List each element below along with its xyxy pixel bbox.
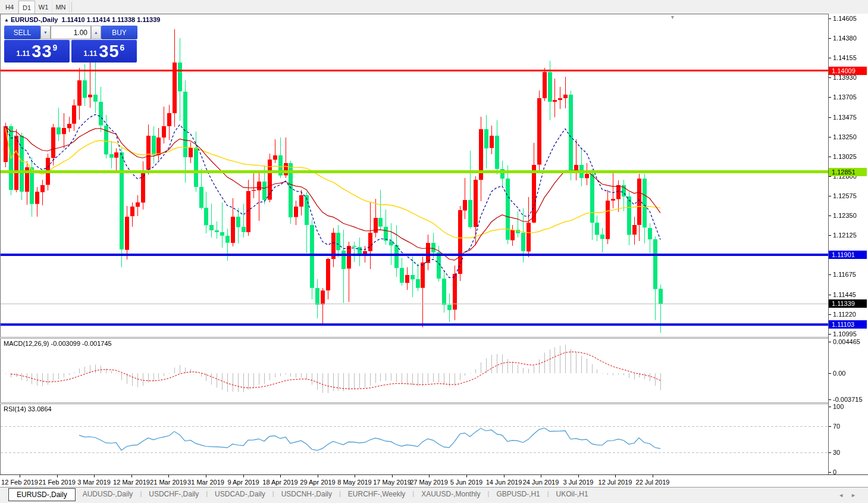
chart-shift-marker-icon[interactable]: ▼ — [670, 14, 675, 20]
time-tick-mark — [94, 475, 95, 477]
axis-tick-mark — [829, 117, 831, 118]
time-tick-mark — [541, 475, 541, 477]
date-label: 3 Mar 2019 — [77, 479, 111, 486]
date-label: 22 Jul 2019 — [636, 479, 670, 486]
chart-tab-usdcad-daily[interactable]: USDCAD-,Daily — [208, 488, 272, 501]
price-level-badge: 1.12851 — [829, 168, 867, 176]
timeframe-button-mn[interactable]: MN — [52, 1, 70, 13]
volume-increase-button[interactable]: ▲ — [91, 26, 101, 39]
chart-tab-ukoil-h1[interactable]: UKOil-,H1 — [549, 488, 596, 501]
time-tick-mark — [318, 475, 318, 477]
price-tick-label: 1.12350 — [833, 212, 857, 219]
date-label: 12 Mar 2019 — [113, 479, 150, 486]
time-tick-mark — [280, 475, 281, 477]
rsi-indicator-canvas[interactable] — [1, 404, 829, 474]
price-level-badge: 1.11901 — [829, 251, 867, 259]
buy-price-pipette: 6 — [120, 43, 125, 52]
volume-decrease-button[interactable]: ▼ — [40, 26, 51, 39]
date-label: 12 Feb 2019 — [1, 479, 38, 486]
macd-tick-label: -0.003715 — [833, 396, 863, 403]
macd-indicator-canvas[interactable] — [1, 339, 829, 402]
tab-scroll-arrows: ◄► — [838, 492, 863, 498]
axis-tick-mark — [829, 77, 831, 78]
price-tick-label: 1.10995 — [833, 330, 857, 338]
axis-tick-mark — [829, 452, 831, 453]
chart-tab-gbpusd-h1[interactable]: GBPUSD-,H1 — [489, 488, 547, 501]
toolbar-separator — [71, 2, 72, 12]
axis-tick-mark — [829, 176, 831, 177]
buy-button[interactable]: BUY — [101, 26, 137, 39]
price-tick-label: 1.12125 — [833, 232, 857, 239]
price-tick-label: 1.14380 — [833, 35, 857, 42]
rsi-tick-label: 70 — [833, 423, 840, 430]
price-axis[interactable]: 1.146051.143801.141551.139301.137051.134… — [829, 14, 868, 474]
chart-tab-xauusd-monthly[interactable]: XAUUSD-,Monthly — [414, 488, 487, 501]
price-tick-label: 1.14155 — [833, 54, 857, 61]
axis-tick-mark — [829, 314, 831, 315]
rsi-tick-label: 100 — [833, 403, 844, 410]
axis-tick-mark — [829, 235, 831, 236]
time-tick-mark — [392, 475, 393, 477]
axis-tick-mark — [829, 426, 831, 427]
axis-tick-mark — [829, 38, 831, 39]
timeframe-button-d1[interactable]: D1 — [18, 1, 35, 14]
date-label: 21 Feb 2019 — [39, 479, 76, 486]
price-tick-label: 1.13250 — [833, 133, 857, 140]
collapse-triangle-icon[interactable]: ▲ — [4, 17, 9, 23]
axis-tick-mark — [829, 18, 831, 19]
sell-price-pipette: 9 — [53, 43, 58, 52]
chart-tab-bar: EURUSD-,DailyAUDUSD-,Daily|USDCHF-,Daily… — [0, 487, 868, 503]
timeframe-button-w1[interactable]: W1 — [35, 1, 52, 13]
axis-tick-mark — [829, 215, 831, 216]
macd-rsi-separator[interactable] — [0, 402, 868, 404]
time-tick-mark — [206, 475, 206, 477]
date-label: 3 Jul 2019 — [563, 479, 594, 486]
rsi-tick-label: 30 — [833, 449, 840, 456]
sell-price-prefix: 1.11 — [17, 49, 30, 58]
axis-tick-mark — [829, 399, 831, 400]
chart-ohlc-quotes: 1.11410 1.11414 1.11338 1.11339 — [62, 16, 161, 23]
time-tick-mark — [466, 475, 467, 477]
chart-tab-usdchf-daily[interactable]: USDCHF-,Daily — [142, 488, 206, 501]
one-click-trading-panel: SELL ▼ 1.00 ▲ BUY 1.11 33 9 1.11 35 6 — [4, 26, 137, 63]
price-tick-label: 1.13475 — [833, 114, 857, 121]
chart-tab-usdcnh-daily[interactable]: USDCNH-,Daily — [274, 488, 339, 501]
time-tick-mark — [168, 475, 169, 477]
axis-tick-mark — [829, 274, 831, 275]
date-label: 12 Jul 2019 — [598, 479, 632, 486]
chart-tab-eurchf-weekly[interactable]: EURCHF-,Weekly — [341, 488, 412, 501]
time-tick-mark — [504, 475, 504, 477]
date-label: 31 Mar 2019 — [187, 479, 224, 486]
buy-price-big: 35 — [99, 42, 119, 61]
date-label: 24 Jun 2019 — [523, 479, 559, 486]
date-label: 9 Apr 2019 — [227, 479, 259, 486]
sell-button[interactable]: SELL — [4, 26, 40, 39]
top-toolbar: H4D1W1MN — [0, 0, 868, 14]
sell-price-tile[interactable]: 1.11 33 9 — [4, 40, 70, 63]
chart-symbol-label: EURUSD-,Daily — [11, 16, 58, 23]
tab-scroll-left-icon[interactable]: ◄ — [838, 492, 851, 498]
volume-input[interactable]: 1.00 — [51, 26, 91, 39]
time-tick-mark — [20, 475, 20, 477]
axis-tick-mark — [829, 196, 831, 196]
date-label: 14 Jun 2019 — [486, 479, 522, 486]
axis-tick-mark — [829, 373, 831, 374]
axis-tick-mark — [829, 157, 831, 157]
chart-tab-eurusd-daily[interactable]: EURUSD-,Daily — [8, 488, 76, 501]
time-tick-mark — [131, 475, 132, 477]
axis-tick-mark — [829, 342, 831, 342]
time-axis[interactable]: 12 Feb 201921 Feb 20193 Mar 201912 Mar 2… — [0, 474, 868, 488]
date-label: 21 Mar 2019 — [150, 479, 187, 486]
price-chart-canvas[interactable] — [1, 14, 829, 337]
buy-price-tile[interactable]: 1.11 35 6 — [71, 40, 137, 63]
timeframe-button-h4[interactable]: H4 — [1, 1, 18, 13]
date-label: 5 Jun 2019 — [450, 479, 482, 486]
axis-separator-line — [828, 14, 829, 474]
price-tick-label: 1.13705 — [833, 93, 857, 101]
price-macd-separator[interactable] — [0, 337, 868, 339]
price-tick-label: 1.11220 — [833, 311, 856, 318]
date-label: 8 May 2019 — [337, 479, 371, 486]
chart-tab-audusd-daily[interactable]: AUDUSD-,Daily — [76, 488, 140, 501]
tab-scroll-right-icon[interactable]: ► — [851, 492, 863, 498]
date-label: 27 May 2019 — [410, 479, 448, 486]
